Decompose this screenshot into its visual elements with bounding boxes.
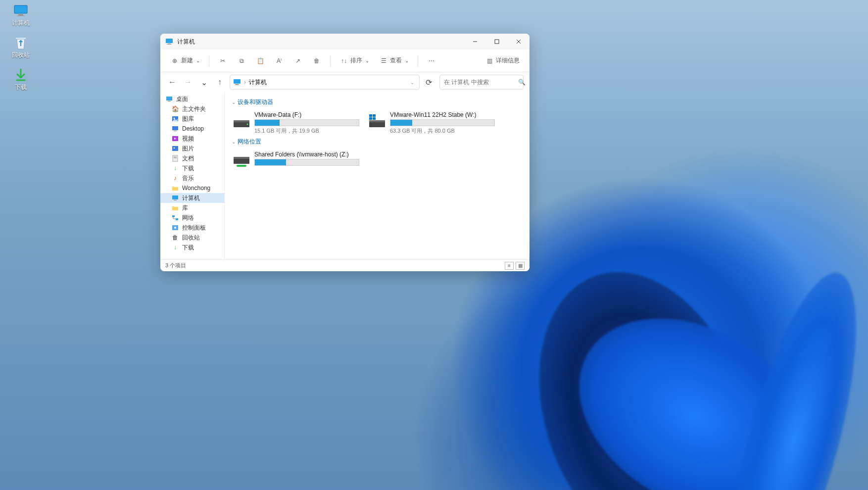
svg-rect-28	[172, 196, 178, 199]
toolbar: ⊕ 新建 ✂ ⧉ 📋 Aᴵ ↗ 🗑 ↑↓ 排序 ☰ 查看 ⋯ ▥ 详细信息	[160, 49, 530, 72]
cut-button[interactable]: ✂	[214, 53, 231, 69]
svg-rect-5	[166, 39, 173, 43]
sidebar-item-library[interactable]: 库	[160, 203, 224, 213]
window-title: 计算机	[177, 38, 464, 46]
sidebar-item-pictures[interactable]: 图片	[160, 144, 224, 153]
sidebar-item-gallery[interactable]: 图库	[160, 114, 224, 124]
new-button[interactable]: ⊕ 新建	[166, 53, 204, 69]
down-icon: ↓	[171, 244, 179, 251]
refresh-button[interactable]: ⟳	[422, 75, 435, 89]
desktop-icon	[165, 95, 173, 103]
sidebar-item-label: Desktop	[182, 125, 204, 132]
svg-rect-23	[172, 146, 178, 151]
computer-icon	[165, 38, 173, 45]
sidebar-item-computer[interactable]: 计算机	[160, 193, 224, 203]
library-icon	[171, 204, 179, 212]
svg-point-24	[174, 147, 175, 149]
desktop-icon-computer[interactable]: 计算机	[4, 4, 38, 27]
svg-rect-3	[16, 38, 26, 39]
down-icon: ↓	[171, 164, 179, 172]
drive-subtext: 15.1 GB 可用，共 19.9 GB	[254, 127, 359, 135]
sidebar-item-label: 音乐	[182, 174, 194, 183]
video-icon	[171, 135, 179, 143]
sidebar-item-label: 库	[182, 204, 188, 212]
content-area: ⌄设备和驱动器VMware-Data (F:)15.1 GB 可用，共 19.9…	[225, 92, 530, 259]
view-button[interactable]: ☰ 查看	[375, 53, 413, 69]
sidebar-item-home[interactable]: 🏠主文件夹	[160, 104, 224, 114]
drive-item[interactable]: VMware-Data (F:)15.1 GB 可用，共 19.9 GB	[232, 110, 360, 136]
svg-rect-30	[172, 215, 175, 217]
sidebar-item-down[interactable]: ↓下载	[160, 163, 224, 173]
delete-button[interactable]: 🗑	[308, 53, 325, 69]
minimize-button[interactable]	[464, 34, 486, 49]
sidebar-item-down[interactable]: ↓下载	[160, 243, 224, 252]
more-button[interactable]: ⋯	[423, 53, 440, 69]
up-button[interactable]: ↑	[214, 76, 226, 88]
sidebar-item-control[interactable]: 控制面板	[160, 223, 224, 233]
drive-icon	[233, 112, 250, 130]
svg-rect-29	[174, 200, 177, 200]
paste-button[interactable]: 📋	[252, 53, 269, 69]
copy-button[interactable]: ⧉	[233, 53, 250, 69]
drive-item[interactable]: VMware-Win11 22H2 Stabe (W:)63.3 GB 可用，共…	[367, 110, 496, 136]
group-header[interactable]: ⌄网络位置	[232, 138, 523, 146]
drive-usage-bar	[254, 159, 359, 166]
svg-rect-0	[14, 5, 27, 13]
close-button[interactable]	[508, 34, 530, 49]
maximize-button[interactable]	[486, 34, 508, 49]
share-icon: ↗	[293, 56, 302, 65]
forward-button[interactable]: →	[182, 76, 194, 88]
address-bar[interactable]: › 计算机 ⌄	[230, 75, 420, 90]
svg-rect-7	[167, 44, 172, 45]
desktop-icons: 计算机 回收站 下载	[4, 4, 38, 92]
search-box[interactable]: 🔍	[439, 75, 524, 90]
desktop-icon-label: 下载	[15, 83, 27, 92]
sidebar-item-label: Wonchong	[182, 185, 210, 192]
drive-item[interactable]: Shared Folders (\\vmware-host) (Z:)	[232, 150, 360, 171]
address-dropdown[interactable]: ⌄	[408, 80, 416, 85]
group-title: 设备和驱动器	[238, 98, 273, 106]
view-tiles-toggle[interactable]: ▦	[516, 262, 525, 270]
sidebar-item-desktop2[interactable]: Desktop	[160, 124, 224, 134]
network-icon	[171, 214, 179, 222]
desktop-icon-downloads[interactable]: 下载	[4, 68, 38, 92]
sort-label: 排序	[350, 56, 362, 65]
svg-point-33	[174, 227, 176, 229]
sidebar-item-recycle[interactable]: 🗑回收站	[160, 233, 224, 243]
control-icon	[171, 224, 179, 232]
details-pane-button[interactable]: ▥ 详细信息	[481, 53, 524, 69]
svg-rect-16	[168, 101, 171, 101]
details-label: 详细信息	[496, 56, 520, 65]
sort-button[interactable]: ↑↓ 排序	[336, 53, 373, 69]
sidebar: 桌面🏠主文件夹图库Desktop视频图片文档↓下载♪音乐Wonchong计算机库…	[160, 92, 225, 259]
group-header[interactable]: ⌄设备和驱动器	[232, 98, 523, 106]
recycle-icon: 🗑	[171, 234, 179, 242]
sidebar-item-video[interactable]: 视频	[160, 134, 224, 144]
sidebar-item-label: 回收站	[182, 234, 200, 242]
sidebar-item-label: 桌面	[176, 95, 188, 103]
view-details-toggle[interactable]: ≡	[505, 262, 514, 270]
svg-rect-9	[495, 40, 499, 44]
svg-rect-46	[237, 165, 246, 167]
sidebar-item-network[interactable]: 网络	[160, 213, 224, 223]
back-button[interactable]: ←	[166, 76, 178, 88]
rename-button[interactable]: Aᴵ	[271, 53, 288, 69]
svg-rect-12	[234, 79, 241, 84]
search-input[interactable]	[444, 79, 518, 86]
sidebar-item-documents[interactable]: 文档	[160, 153, 224, 163]
separator	[418, 55, 418, 66]
drive-icon	[233, 152, 250, 170]
view-label: 查看	[390, 56, 402, 65]
recent-dropdown[interactable]: ⌄	[198, 76, 210, 88]
sidebar-item-desktop[interactable]: 桌面	[160, 94, 224, 104]
cut-icon: ✂	[218, 56, 227, 65]
sidebar-item-label: 网络	[182, 214, 194, 222]
computer-icon	[13, 4, 29, 18]
sidebar-item-folder[interactable]: Wonchong	[160, 183, 224, 193]
svg-rect-13	[236, 84, 239, 85]
share-button[interactable]: ↗	[289, 53, 306, 69]
titlebar[interactable]: 计算机	[160, 34, 530, 49]
desktop-icon-recycle-bin[interactable]: 回收站	[4, 36, 38, 59]
crumb-current[interactable]: 计算机	[249, 78, 267, 87]
sidebar-item-music[interactable]: ♪音乐	[160, 173, 224, 183]
